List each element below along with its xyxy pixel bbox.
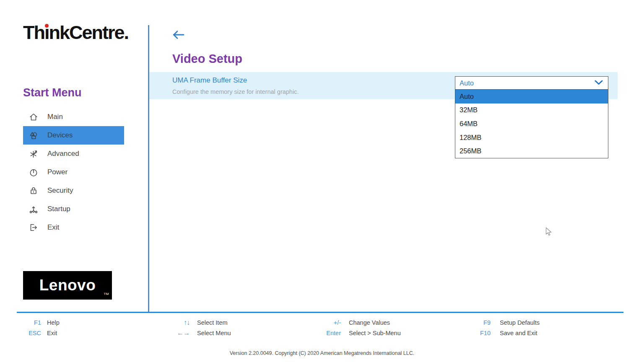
hint-key: +/- <box>308 319 341 326</box>
hint-label: Select Item <box>197 319 228 326</box>
page-title: Video Setup <box>172 52 242 66</box>
footer-hints-keys: F1 Help ESC Exit <box>17 318 60 338</box>
sidebar-item-label: Devices <box>47 131 73 140</box>
dropdown-option-auto[interactable]: Auto <box>455 90 608 103</box>
sidebar-item-main[interactable]: Main <box>23 108 124 126</box>
sidebar-item-security[interactable]: Security <box>23 181 124 200</box>
setting-label: UMA Frame Buffer Size <box>172 76 247 85</box>
exit-icon <box>29 222 39 233</box>
footer-divider <box>17 312 623 313</box>
sidebar-item-label: Startup <box>47 205 70 213</box>
dropdown-option-256mb[interactable]: 256MB <box>455 144 608 158</box>
hint-label: Setup Defaults <box>500 319 540 326</box>
start-menu-title: Start Menu <box>23 86 82 99</box>
lenovo-tm-mark: TM <box>104 292 109 296</box>
hint-label: Select > Sub-Menu <box>349 330 401 336</box>
sidebar-divider <box>148 25 149 312</box>
chevron-down-icon <box>595 79 603 87</box>
devices-icon <box>29 130 39 140</box>
hint-label: Select Menu <box>197 330 231 336</box>
hint-label: Change Values <box>349 319 390 326</box>
logo-i: ı <box>44 22 49 44</box>
sidebar-menu: Main Devices Advanced Power Security <box>23 108 124 237</box>
logo-text-part: nkCentre. <box>49 22 129 43</box>
sidebar-item-devices[interactable]: Devices <box>23 126 124 145</box>
hint-label: Save and Exit <box>500 330 537 336</box>
uma-frame-buffer-select[interactable]: Auto <box>455 76 608 90</box>
uma-frame-buffer-dropdown: Auto 32MB 64MB 128MB 256MB <box>455 89 608 158</box>
footer-hints-save: F9 Setup Defaults F10 Save and Exit <box>457 318 540 338</box>
sidebar-item-label: Advanced <box>47 150 79 158</box>
hint-label: Exit <box>47 330 57 336</box>
up-down-arrows-icon: ↑↓ <box>175 319 190 326</box>
sidebar-item-exit[interactable]: Exit <box>23 218 124 237</box>
power-icon <box>29 167 39 177</box>
logo-red-dot-icon <box>45 24 49 28</box>
startup-icon <box>29 204 39 214</box>
setting-description: Configure the memory size for internal g… <box>172 88 299 95</box>
footer-hints-values: +/- Change Values Enter Select > Sub-Men… <box>308 318 401 338</box>
dropdown-option-64mb[interactable]: 64MB <box>455 117 608 131</box>
advanced-icon <box>29 149 39 159</box>
version-text: Version 2.20.0049. Copyright (C) 2020 Am… <box>0 350 644 356</box>
sidebar-item-advanced[interactable]: Advanced <box>23 145 124 163</box>
sidebar-item-label: Exit <box>47 223 59 232</box>
lenovo-logo-text: Lenovo <box>39 277 96 294</box>
hint-key: F9 <box>457 319 491 326</box>
mouse-cursor-icon <box>545 227 553 239</box>
sidebar-item-label: Security <box>47 186 73 195</box>
back-arrow-icon <box>171 34 185 41</box>
sidebar-item-startup[interactable]: Startup <box>23 200 124 218</box>
hint-key: Enter <box>308 330 341 336</box>
hint-key: ESC <box>17 330 41 336</box>
thinkcentre-logo: ThınkCentre. <box>23 22 128 44</box>
logo-text-part: Th <box>23 22 44 43</box>
hint-label: Help <box>47 319 60 326</box>
select-value: Auto <box>460 79 474 87</box>
sidebar-item-label: Power <box>47 168 68 176</box>
lock-icon <box>29 186 39 196</box>
sidebar-item-label: Main <box>47 113 63 121</box>
bios-setup-screen: ThınkCentre. Start Menu Main Devices Adv… <box>0 0 644 362</box>
hint-key: F1 <box>17 319 41 326</box>
hint-key: F10 <box>457 330 491 336</box>
sidebar-item-power[interactable]: Power <box>23 163 124 181</box>
dropdown-option-32mb[interactable]: 32MB <box>455 103 608 117</box>
back-button[interactable] <box>171 29 188 42</box>
home-icon <box>29 112 39 122</box>
left-right-arrows-icon: ←→ <box>175 329 190 337</box>
dropdown-option-128mb[interactable]: 128MB <box>455 131 608 145</box>
footer-hints-navigation: ↑↓ Select Item ←→ Select Menu <box>175 318 231 338</box>
lenovo-logo: Lenovo TM <box>23 271 112 300</box>
